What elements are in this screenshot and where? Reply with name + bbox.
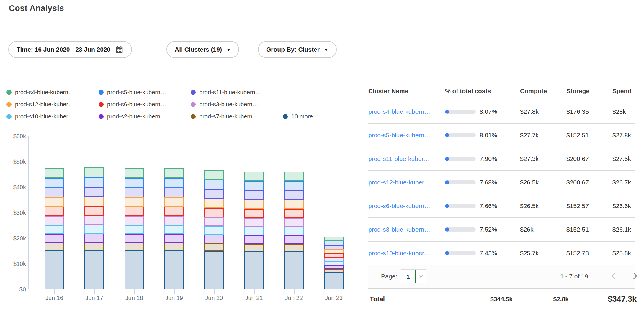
bar-segment-s7-jun-19[interactable] — [164, 243, 184, 250]
bar-segment-s6-jun-16[interactable] — [45, 207, 64, 216]
bar-segment-s10-jun-16[interactable] — [45, 225, 64, 234]
bar-segment-s2-jun-17[interactable] — [84, 234, 104, 242]
cluster-name-link[interactable]: prod-s12-blue-kuber… — [368, 179, 445, 186]
bar-segment-s5-jun-20[interactable] — [204, 180, 224, 189]
bar-segment-s5-jun-19[interactable] — [164, 178, 184, 188]
group-by-dropdown[interactable]: Group By: Cluster ▼ — [258, 41, 337, 58]
bar-segment-s11-jun-18[interactable] — [125, 188, 144, 197]
bar-segment-s2-jun-21[interactable] — [244, 235, 264, 244]
cluster-name-link[interactable]: prod-s3-blue-kubern… — [368, 226, 445, 233]
bar-segment-s2-jun-23[interactable] — [324, 265, 344, 269]
bar-segment-s10-jun-18[interactable] — [125, 225, 144, 234]
bar-segment-s12-jun-21[interactable] — [244, 200, 264, 209]
bar-segment-s10-jun-22[interactable] — [284, 227, 304, 235]
bar-segment-s11-jun-19[interactable] — [164, 188, 184, 197]
bar-segment-more-jun-23[interactable] — [324, 272, 344, 289]
bar-segment-s5-jun-16[interactable] — [45, 178, 64, 188]
bar-segment-s12-jun-23[interactable] — [324, 249, 344, 253]
bar-segment-s3-jun-18[interactable] — [125, 216, 144, 225]
bar-segment-s11-jun-21[interactable] — [244, 190, 264, 200]
bar-segment-more-jun-22[interactable] — [284, 251, 304, 289]
bar-segment-more-jun-19[interactable] — [164, 250, 184, 289]
bar-segment-more-jun-21[interactable] — [244, 251, 264, 289]
time-range-filter[interactable]: Time: 16 Jun 2020 - 23 Jun 2020 — [8, 41, 132, 58]
bar-segment-s6-jun-21[interactable] — [244, 209, 264, 218]
bar-segment-more-jun-17[interactable] — [84, 250, 104, 289]
bar-segment-s12-jun-17[interactable] — [84, 197, 104, 206]
bar-segment-s4-jun-22[interactable] — [284, 172, 304, 181]
bar-segment-s4-jun-18[interactable] — [125, 168, 144, 178]
bar-segment-s12-jun-22[interactable] — [284, 200, 304, 209]
bar-segment-s3-jun-19[interactable] — [164, 216, 184, 225]
bar-segment-s7-jun-22[interactable] — [284, 244, 304, 251]
bar-segment-s4-jun-17[interactable] — [84, 167, 104, 177]
legend-item-s12[interactable]: prod-s12-blue-kuber… — [6, 101, 99, 108]
page-number-select[interactable]: 1 — [401, 270, 426, 283]
bar-segment-s4-jun-16[interactable] — [45, 168, 64, 178]
legend-item-s5[interactable]: prod-s5-blue-kubern… — [99, 89, 191, 96]
cluster-name-link[interactable]: prod-s11-blue-kuber… — [368, 155, 445, 162]
bar-segment-s11-jun-22[interactable] — [284, 190, 304, 200]
bar-segment-s10-jun-19[interactable] — [164, 225, 184, 234]
bar-segment-s10-jun-17[interactable] — [84, 225, 104, 234]
bar-segment-s12-jun-18[interactable] — [125, 197, 144, 207]
bar-segment-s10-jun-20[interactable] — [204, 226, 224, 235]
bar-segment-s7-jun-18[interactable] — [125, 243, 144, 250]
cluster-name-link[interactable]: prod-s4-blue-kubern… — [368, 108, 445, 115]
bar-segment-s3-jun-20[interactable] — [204, 217, 224, 226]
bar-segment-s12-jun-19[interactable] — [164, 197, 184, 207]
bar-segment-s5-jun-17[interactable] — [84, 177, 104, 187]
bar-segment-s4-jun-20[interactable] — [204, 170, 224, 180]
bar-segment-s12-jun-16[interactable] — [45, 197, 64, 207]
bar-segment-s7-jun-17[interactable] — [84, 243, 104, 250]
bar-segment-s10-jun-23[interactable] — [324, 261, 344, 265]
bar-segment-s6-jun-19[interactable] — [164, 207, 184, 216]
bar-segment-s2-jun-18[interactable] — [125, 234, 144, 243]
bar-segment-s11-jun-16[interactable] — [45, 188, 64, 197]
bar-segment-more-jun-20[interactable] — [204, 251, 224, 289]
bar-segment-s6-jun-22[interactable] — [284, 209, 304, 218]
bar-segment-s2-jun-20[interactable] — [204, 235, 224, 243]
legend-item-s10[interactable]: prod-s10-blue-kuber… — [6, 113, 99, 120]
bar-segment-s10-jun-21[interactable] — [244, 227, 264, 235]
bar-segment-s6-jun-20[interactable] — [204, 208, 224, 217]
bar-segment-s12-jun-20[interactable] — [204, 199, 224, 208]
bar-segment-s3-jun-21[interactable] — [244, 218, 264, 227]
bar-segment-s11-jun-23[interactable] — [324, 245, 344, 249]
legend-item-s6[interactable]: prod-s6-blue-kubern… — [99, 101, 191, 108]
legend-item-s2[interactable]: prod-s2-blue-kubern… — [99, 113, 191, 120]
cluster-name-link[interactable]: prod-s6-blue-kubern… — [368, 202, 445, 210]
bar-segment-s7-jun-23[interactable] — [324, 269, 344, 272]
bar-segment-s7-jun-20[interactable] — [204, 243, 224, 251]
bar-segment-more-jun-16[interactable] — [45, 250, 64, 289]
legend-item-s4[interactable]: prod-s4-blue-kubern… — [6, 89, 99, 96]
bar-segment-s6-jun-23[interactable] — [324, 253, 344, 258]
bar-segment-s5-jun-21[interactable] — [244, 181, 264, 190]
clusters-filter-dropdown[interactable]: All Clusters (19) ▼ — [166, 41, 239, 58]
bar-segment-s5-jun-18[interactable] — [125, 178, 144, 188]
bar-segment-s4-jun-23[interactable] — [324, 237, 344, 241]
bar-segment-s2-jun-22[interactable] — [284, 235, 304, 244]
next-page-button[interactable] — [631, 272, 639, 281]
bar-segment-s3-jun-22[interactable] — [284, 218, 304, 227]
cluster-name-link[interactable]: prod-s5-blue-kubern… — [368, 132, 445, 139]
legend-item-s11[interactable]: prod-s11-blue-kubern… — [191, 89, 283, 96]
bar-segment-s11-jun-20[interactable] — [204, 189, 224, 199]
legend-item-more[interactable]: 10 more — [283, 113, 313, 120]
bar-segment-more-jun-18[interactable] — [125, 250, 144, 289]
bar-segment-s7-jun-21[interactable] — [244, 244, 264, 251]
bar-segment-s5-jun-23[interactable] — [324, 241, 344, 245]
bar-segment-s4-jun-21[interactable] — [244, 172, 264, 181]
bar-segment-s7-jun-16[interactable] — [45, 243, 64, 250]
legend-item-s7[interactable]: prod-s7-blue-kubern… — [191, 113, 283, 120]
bar-segment-s3-jun-23[interactable] — [324, 258, 344, 261]
bar-segment-s11-jun-17[interactable] — [84, 187, 104, 197]
bar-segment-s3-jun-17[interactable] — [84, 216, 104, 225]
bar-segment-s2-jun-16[interactable] — [45, 234, 64, 243]
bar-segment-s6-jun-17[interactable] — [84, 206, 104, 216]
cluster-name-link[interactable]: prod-s10-blue-kuber… — [368, 250, 445, 257]
legend-item-s3[interactable]: prod-s3-blue-kubern… — [191, 101, 283, 108]
previous-page-button[interactable] — [610, 272, 617, 281]
bar-segment-s6-jun-18[interactable] — [125, 207, 144, 216]
bar-segment-s5-jun-22[interactable] — [284, 181, 304, 190]
